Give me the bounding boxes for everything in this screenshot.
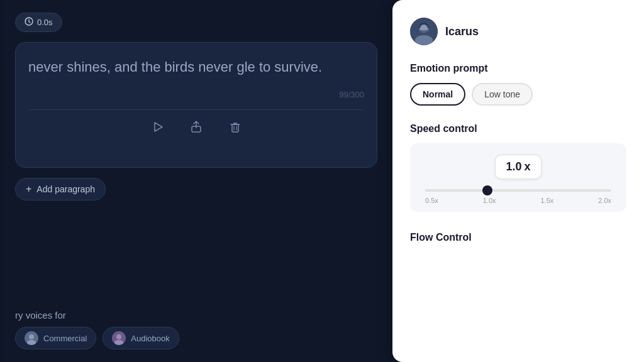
speed-section-title: Speed control (410, 123, 626, 134)
delete-button[interactable] (226, 118, 245, 136)
char-count: 99/300 (28, 90, 364, 99)
commercial-label: Commercial (43, 334, 87, 343)
card-actions (28, 109, 364, 136)
flow-section-title: Flow Control (410, 232, 626, 243)
svg-point-6 (27, 340, 36, 345)
add-paragraph-button[interactable]: + Add paragraph (15, 178, 106, 200)
slider-label-2.0: 2.0x (598, 197, 611, 204)
add-icon: + (26, 184, 31, 195)
timer-value: 0.0s (37, 18, 53, 27)
text-card: never shines, and the birds never gle to… (15, 42, 377, 168)
speed-box: 1.0 x 0.5x 1.0x 1.5x 2.0x (410, 143, 626, 212)
emotion-normal[interactable]: Normal (410, 83, 465, 106)
svg-point-8 (116, 334, 121, 339)
flow-section: Flow Control (410, 232, 626, 252)
speed-display: 1.0 x (423, 155, 614, 179)
speed-value: 1.0 (506, 160, 521, 173)
audiobook-avatar (112, 331, 126, 345)
slider-label-1.5: 1.5x (540, 197, 553, 204)
speed-value-box: 1.0 x (495, 155, 541, 179)
emotion-section-title: Emotion prompt (410, 63, 626, 74)
share-button[interactable] (187, 118, 206, 136)
voice-name: Icarus (445, 25, 479, 38)
speed-unit: x (525, 160, 531, 173)
audiobook-voice-chip[interactable]: Audiobook (103, 327, 179, 349)
audiobook-label: Audiobook (131, 334, 169, 343)
voices-section: ry voices for Commercial (15, 310, 377, 349)
right-panel: Icarus Emotion prompt Normal Low tone Sp… (392, 0, 644, 362)
voice-avatar-large (410, 18, 438, 45)
commercial-avatar (25, 331, 38, 345)
slider-thumb[interactable] (482, 185, 492, 195)
speed-section: Speed control 1.0 x 0.5x 1.0x 1.5x 2.0x (410, 123, 626, 212)
commercial-voice-chip[interactable]: Commercial (15, 327, 96, 349)
voices-label: ry voices for (15, 310, 377, 321)
slider-track (425, 189, 611, 192)
emotion-low-tone[interactable]: Low tone (472, 83, 533, 106)
play-button[interactable] (148, 118, 167, 136)
emotion-section: Emotion prompt Normal Low tone (410, 63, 626, 106)
timer-icon (25, 17, 33, 28)
slider-container: 0.5x 1.0x 1.5x 2.0x (423, 189, 614, 204)
svg-marker-1 (155, 123, 162, 131)
slider-label-0.5: 0.5x (425, 197, 438, 204)
svg-rect-3 (232, 124, 238, 132)
slider-label-1.0: 1.0x (483, 197, 496, 204)
svg-point-5 (29, 334, 34, 339)
add-paragraph-label: Add paragraph (36, 184, 95, 194)
left-panel: 0.0s never shines, and the birds never g… (0, 0, 392, 362)
voice-chips-container: Commercial Audiobook (15, 327, 377, 349)
slider-fill (425, 189, 487, 192)
text-content: never shines, and the birds never gle to… (28, 58, 364, 77)
timer-badge[interactable]: 0.0s (15, 13, 62, 32)
svg-point-12 (415, 35, 433, 45)
emotion-chips: Normal Low tone (410, 83, 626, 106)
svg-point-9 (114, 340, 123, 345)
voice-header: Icarus (410, 18, 626, 45)
slider-labels: 0.5x 1.0x 1.5x 2.0x (425, 197, 611, 204)
